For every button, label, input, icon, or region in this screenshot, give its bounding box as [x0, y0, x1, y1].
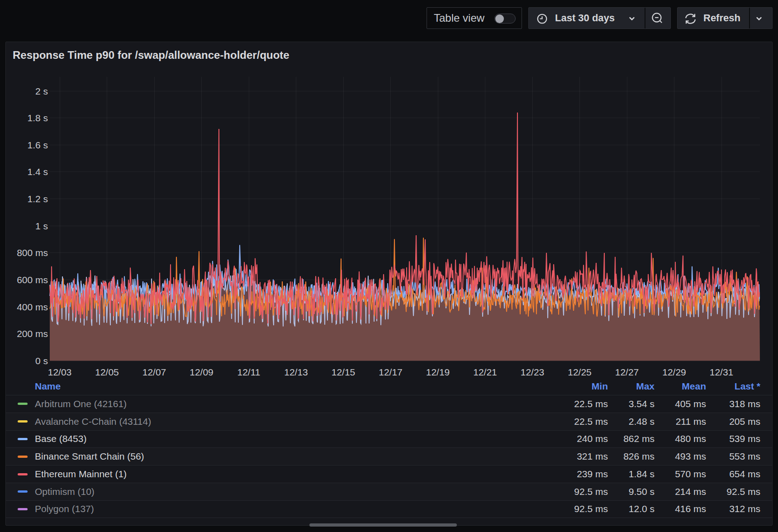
- svg-text:12/27: 12/27: [615, 367, 639, 377]
- svg-text:12/09: 12/09: [190, 367, 213, 377]
- svg-text:800 ms: 800 ms: [17, 247, 48, 258]
- svg-text:12/21: 12/21: [473, 367, 497, 377]
- svg-text:1.4 s: 1.4 s: [27, 166, 48, 177]
- svg-text:12/05: 12/05: [95, 367, 119, 377]
- svg-text:400 ms: 400 ms: [17, 302, 48, 312]
- svg-text:1.8 s: 1.8 s: [27, 113, 48, 123]
- svg-text:12/31: 12/31: [710, 367, 734, 377]
- svg-text:12/11: 12/11: [237, 367, 261, 377]
- svg-text:0 s: 0 s: [35, 356, 48, 366]
- svg-text:12/07: 12/07: [142, 367, 166, 377]
- svg-text:12/19: 12/19: [426, 367, 450, 377]
- svg-text:12/03: 12/03: [48, 367, 72, 377]
- svg-text:200 ms: 200 ms: [17, 328, 48, 339]
- svg-text:1.6 s: 1.6 s: [27, 140, 48, 150]
- svg-text:1.2 s: 1.2 s: [27, 194, 48, 204]
- svg-text:12/13: 12/13: [284, 367, 308, 377]
- svg-text:2 s: 2 s: [35, 86, 48, 96]
- svg-text:600 ms: 600 ms: [17, 275, 48, 285]
- svg-text:12/23: 12/23: [521, 367, 545, 377]
- svg-text:12/17: 12/17: [379, 367, 403, 377]
- svg-text:12/25: 12/25: [568, 367, 592, 377]
- svg-text:12/15: 12/15: [332, 367, 356, 377]
- svg-text:1 s: 1 s: [35, 221, 48, 231]
- svg-text:12/29: 12/29: [662, 367, 686, 377]
